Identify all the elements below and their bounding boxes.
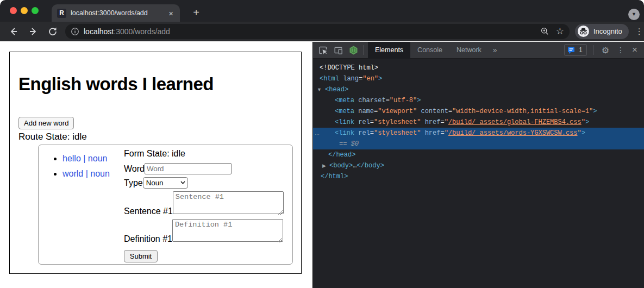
add-new-word-button[interactable]: Add new word [18,117,74,129]
code-token: = [440,118,444,126]
code-token: /build/_assets/words-YGXSWCSW.css [448,129,578,137]
devtools-close-icon[interactable]: × [632,45,637,55]
new-tab-button[interactable]: + [189,5,203,20]
more-tabs-icon[interactable]: » [489,46,502,54]
type-label: Type [124,178,143,188]
code-line[interactable]: <meta charset="utf-8"> [313,95,644,106]
code-line[interactable]: <link rel="stylesheet" href="/build/_ass… [313,117,644,128]
page-title: English words I learned [18,74,214,95]
sentence-textarea[interactable] [173,191,284,214]
route-state-text: Route State: idle [18,132,87,142]
definition-textarea[interactable] [172,219,283,242]
code-token: "en" [362,75,378,83]
code-token: "utf-8" [390,97,417,104]
code-token: <meta [335,108,354,115]
code-line[interactable]: </html> [313,171,644,182]
reload-icon[interactable] [47,26,59,37]
submit-button[interactable]: Submit [124,250,158,262]
remix-favicon-icon: R [57,9,66,18]
type-select[interactable]: Noun [143,177,188,189]
word-list-item: world | noun [62,169,123,179]
tab-console[interactable]: Console [410,42,449,59]
inspect-element-icon[interactable] [318,45,328,55]
word-input[interactable] [145,163,232,174]
add-word-form: Form State: idle Word Type Noun [124,149,284,262]
code-token: rel [358,118,370,126]
code-token: </html> [321,173,348,180]
browser-window: R localhost:3000/words/add × + ▼ localho… [0,0,644,288]
word-link[interactable]: hello | noun [62,154,107,163]
code-line[interactable]: ▼<head> [313,84,644,95]
type-row: Type Noun [124,177,284,189]
code-token: "stylesheet" [374,118,421,126]
code-token [421,118,424,126]
code-token: > [582,129,585,137]
toolbar-divider [363,45,364,55]
browser-menu-icon[interactable]: ⋮ [635,27,643,36]
web-page: English words I learned Add new word Rou… [0,42,312,288]
code-token: = [448,108,452,115]
issues-button[interactable]: 1 [564,44,587,56]
code-line[interactable]: </head> [313,149,644,160]
code-token: > [417,97,421,104]
node-hexagon-icon[interactable] [348,45,359,55]
chevron-down-icon[interactable]: ▼ [628,9,640,20]
code-token: charset [358,97,385,104]
code-line[interactable]: ▶<body>…</body> [313,160,644,171]
code-token: <html [320,75,339,83]
tree-toggle-icon[interactable]: ▼ [317,84,322,95]
word-list-item: hello | noun [62,154,123,164]
code-line[interactable]: <html lang="en"> [313,73,644,84]
code-token: = [370,129,374,137]
site-info-icon[interactable] [71,27,79,36]
code-line[interactable]: <!DOCTYPE html> [313,62,644,73]
code-line[interactable]: …<link rel="stylesheet" href="/build/_as… [313,128,644,139]
code-token: content [421,108,448,115]
mac-minimize-button[interactable] [21,7,28,14]
device-toolbar-icon[interactable] [333,45,343,55]
word-link[interactable]: world | noun [62,169,110,178]
code-line[interactable]: <meta name="viewport" content="width=dev… [313,106,644,117]
code-token: /build/_assets/global-FHZEMBS4.css [448,118,582,126]
address-bar[interactable]: localhost:3000/words/add ☆ [65,24,570,39]
zoom-icon[interactable] [540,27,549,36]
settings-gear-icon[interactable]: ⚙ [602,45,609,55]
code-token: <body> [329,162,353,170]
resize-grip-icon[interactable] [278,210,283,215]
back-icon[interactable] [8,26,20,37]
tab-close-icon[interactable]: × [167,9,174,18]
code-token: > [593,108,597,115]
browser-tab[interactable]: R localhost:3000/words/add × [52,4,180,22]
code-token: <!DOCTYPE html> [320,64,378,72]
incognito-label: Incognito [593,27,622,35]
code-token: "stylesheet" [374,129,421,137]
code-token: "width=device-width,initial-scale=1" [452,108,593,115]
mac-close-button[interactable] [10,7,17,14]
issues-bubble-icon [567,46,576,54]
code-token: name [358,108,374,115]
definition-label: Definition #1 [124,234,172,244]
devtools-menu-icon[interactable]: ⋮ [617,46,624,54]
code-token: <link [335,118,354,126]
forward-icon[interactable] [27,26,39,37]
toolbar-divider [593,45,594,55]
code-token: = [370,118,374,126]
tab-elements[interactable]: Elements [368,42,410,59]
devtools-toolbar: Elements Console Network » 1 ⚙ ⋮ × [313,42,644,59]
node-options-icon[interactable]: … [315,128,320,139]
words-panel: hello | nounworld | noun Form State: idl… [38,145,293,265]
code-token [421,129,424,137]
code-token: " [445,129,448,137]
incognito-badge: Incognito [575,24,629,39]
resize-grip-icon[interactable] [277,237,282,242]
tree-toggle-icon[interactable]: ▶ [322,160,326,171]
url-text[interactable]: localhost:3000/words/add [84,27,535,36]
url-path: :3000/words/add [114,27,170,36]
bookmark-star-icon[interactable]: ☆ [556,27,564,36]
tab-title: localhost:3000/words/add [71,9,164,17]
tab-network[interactable]: Network [449,42,489,59]
code-line[interactable]: == $0 [313,139,644,149]
definition-row: Definition #1 [124,219,284,244]
code-token: > [378,75,382,83]
mac-zoom-button[interactable] [32,7,39,14]
